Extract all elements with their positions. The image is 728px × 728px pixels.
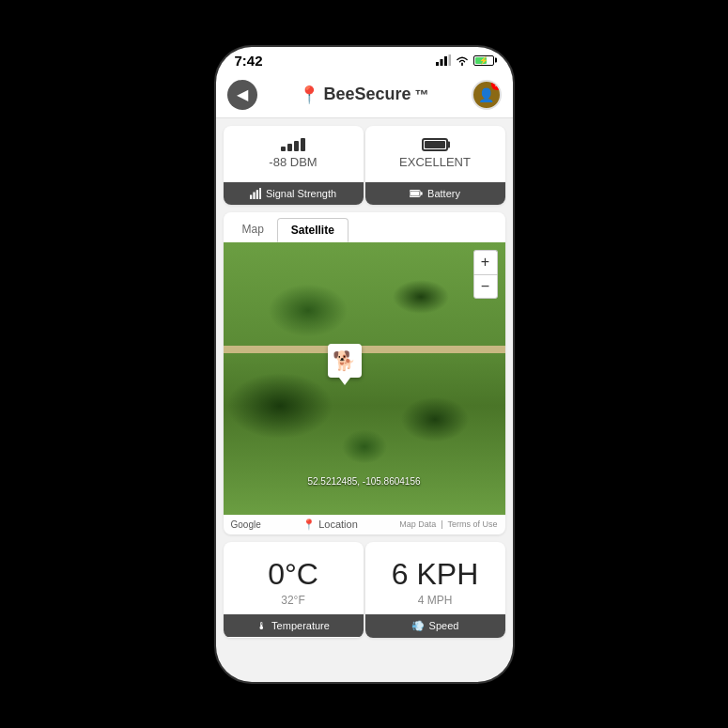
signal-card-footer: Signal Strength xyxy=(224,182,364,205)
svg-rect-0 xyxy=(436,62,439,66)
speed-card-body: 6 KPH 4 MPH xyxy=(365,542,505,614)
tab-map[interactable]: Map xyxy=(229,218,277,242)
temperature-value: 0°C xyxy=(268,557,318,592)
battery-card-footer: Battery xyxy=(365,182,505,205)
map-container: Map Satellite + − 🐕 xyxy=(224,212,505,534)
map-marker: 🐕 xyxy=(328,344,362,385)
battery-status-icon: ⚡ xyxy=(473,55,494,66)
top-cards-row: -88 DBM Signal Strength xyxy=(216,118,513,209)
battery-card-body: EXCELLENT xyxy=(365,126,505,182)
app-name: BeeSecure xyxy=(323,85,410,104)
speed-footer-label: Speed xyxy=(429,620,459,631)
signal-footer-label: Signal Strength xyxy=(266,188,336,199)
signal-value: -88 DBM xyxy=(269,155,317,169)
map-tabs: Map Satellite xyxy=(224,212,505,242)
bee-pin-icon: 📍 xyxy=(299,85,319,105)
cellular-icon xyxy=(436,54,451,66)
phone-frame: 7:42 ⚡ ◀ � xyxy=(214,45,515,684)
speed-sub-value: 4 MPH xyxy=(418,594,453,607)
speed-icon: 💨 xyxy=(411,620,425,632)
svg-rect-1 xyxy=(440,59,442,66)
location-pin-icon: 📍 xyxy=(302,519,316,531)
battery-card: EXCELLENT Battery xyxy=(365,126,505,205)
battery-footer-icon xyxy=(410,189,423,198)
marker-emoji: 🐕 xyxy=(333,349,356,372)
battery-value: EXCELLENT xyxy=(399,155,471,169)
signal-footer-icon xyxy=(250,188,261,199)
app-trademark: ™ xyxy=(415,86,429,102)
temp-card-body: 0°C 32°F xyxy=(224,542,364,614)
marker-pointer xyxy=(339,378,350,385)
speed-card: 6 KPH 4 MPH 💨 Speed xyxy=(365,542,505,638)
signal-bars-icon xyxy=(281,138,305,151)
speed-card-footer: 💨 Speed xyxy=(365,614,505,638)
status-time: 7:42 xyxy=(235,53,263,69)
location-label-area: 📍 Location xyxy=(302,519,358,531)
status-bar: 7:42 ⚡ xyxy=(216,47,513,72)
marker-image: 🐕 xyxy=(328,344,362,378)
signal-card-body: -88 DBM xyxy=(224,126,364,182)
map-coordinates: 52.5212485, -105.8604156 xyxy=(224,476,505,487)
svg-rect-3 xyxy=(448,54,451,66)
app-logo: 📍 BeeSecure™ xyxy=(257,85,472,105)
avatar-img: 👤 xyxy=(478,87,494,102)
speed-value: 6 KPH xyxy=(392,557,478,592)
svg-rect-9 xyxy=(410,191,419,195)
zoom-in-button[interactable]: + xyxy=(473,250,498,274)
map-data-label: Map Data xyxy=(399,519,436,529)
location-label: Location xyxy=(318,519,358,530)
svg-rect-7 xyxy=(259,188,261,199)
map-footer: Google 📍 Location Map Data | Terms of Us… xyxy=(224,515,505,534)
signal-strength-card: -88 DBM Signal Strength xyxy=(224,126,364,205)
temp-footer-label: Temperature xyxy=(271,620,330,631)
map-view: + − 🐕 52.5212485, -105.8604156 xyxy=(224,242,505,515)
zoom-out-button[interactable]: − xyxy=(473,274,498,299)
back-arrow-icon: ◀ xyxy=(237,85,248,103)
map-terrain xyxy=(224,242,505,515)
temperature-card: 0°C 32°F 🌡 Temperature xyxy=(224,542,364,638)
map-footer-right: Map Data | Terms of Use xyxy=(399,519,497,529)
tab-satellite[interactable]: Satellite xyxy=(277,218,349,242)
back-button[interactable]: ◀ xyxy=(227,80,257,110)
notification-badge: 1 xyxy=(491,80,502,90)
road-line xyxy=(224,346,505,353)
terms-label: Terms of Use xyxy=(447,519,497,529)
temperature-sub-value: 32°F xyxy=(281,594,304,607)
google-label: Google xyxy=(231,519,261,530)
svg-rect-2 xyxy=(444,56,447,66)
svg-rect-5 xyxy=(253,192,255,199)
wifi-icon xyxy=(455,54,470,66)
svg-rect-4 xyxy=(250,194,252,199)
status-icons: ⚡ xyxy=(436,54,494,66)
app-header: ◀ 📍 BeeSecure™ 👤 1 xyxy=(216,72,513,118)
svg-rect-6 xyxy=(256,190,258,199)
battery-footer-label: Battery xyxy=(427,188,460,199)
svg-rect-10 xyxy=(421,192,423,195)
battery-card-icon xyxy=(422,138,448,151)
user-avatar[interactable]: 👤 1 xyxy=(472,80,502,110)
scroll-content: -88 DBM Signal Strength xyxy=(216,118,513,682)
bottom-cards-row: 0°C 32°F 🌡 Temperature 6 KPH 4 MPH 💨 Spe… xyxy=(216,534,513,642)
map-controls: + − xyxy=(473,250,498,299)
temp-card-footer: 🌡 Temperature xyxy=(224,614,364,637)
thermometer-icon: 🌡 xyxy=(256,620,267,631)
